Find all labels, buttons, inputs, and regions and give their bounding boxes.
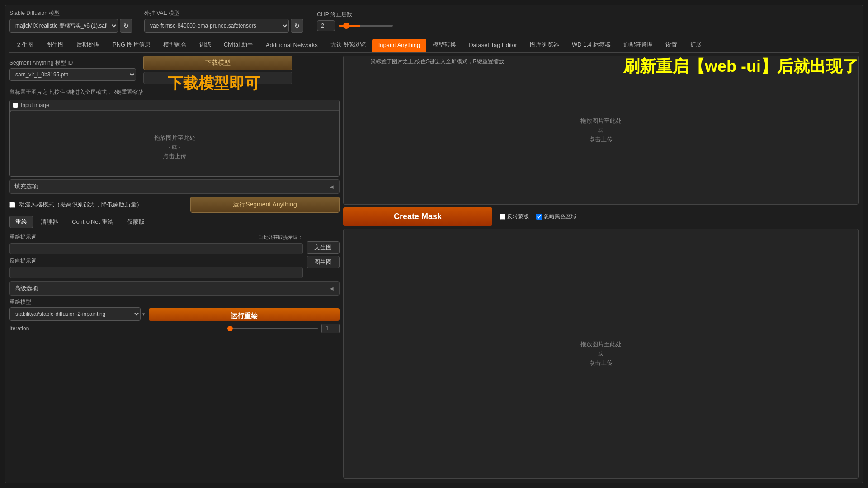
anime-mode-checkbox[interactable] (9, 202, 15, 208)
run-repaint-btn[interactable]: 运行重绘 (149, 308, 340, 321)
tab-postprocess[interactable]: 后期处理 (70, 38, 106, 52)
inpaint-model-select[interactable]: stabilityai/stable-diffusion-2-inpaintin… (9, 307, 141, 321)
tab-additional-networks[interactable]: Additional Networks (259, 39, 324, 52)
segment-model-select[interactable]: sam_vit_l_0b3195.pth (9, 68, 136, 81)
yellow-text-overlay: 刷新重启【web -ui】后就出现了 (623, 56, 859, 78)
ignore-black-checkbox[interactable] (536, 214, 542, 220)
subtab-mask-only[interactable]: 仅蒙版 (121, 216, 151, 228)
tab-image-browser[interactable]: 图库浏览器 (524, 38, 566, 52)
input-image-label: Input image (21, 102, 49, 108)
advanced-options-accordion: 高级选项 ◄ (9, 281, 340, 296)
input-image-upload[interactable]: 拖放图片至此处 - 或 - 点击上传 (10, 111, 339, 177)
model-arrow: ▾ (142, 311, 145, 317)
get-prompt-label: 自此处获取提示词： (258, 234, 303, 241)
right-upload-sep: - 或 - (595, 127, 606, 134)
sd-model-select[interactable]: majicMIX realistic 麦橘写实_v6 (1).safetenso… (9, 19, 118, 33)
right-upload-line1: 拖放图片至此处 (580, 117, 622, 125)
anime-mode-label: 动漫风格模式（提高识别能力，降低蒙版质量） (19, 201, 142, 209)
ignore-black-label: 忽略黑色区域 (544, 213, 576, 221)
repaint-prompt-label: 重绘提示词 (9, 233, 37, 241)
sub-tabs: 重绘 清理器 ControlNet 重绘 仅蒙版 (9, 216, 340, 230)
fill-options-header[interactable]: 填充选项 ◄ (10, 180, 339, 193)
vae-model-refresh-btn[interactable]: ↻ (291, 19, 303, 33)
sd-model-refresh-btn[interactable]: ↻ (120, 19, 132, 33)
inpaint-model-label: 重绘模型 (9, 298, 145, 306)
iteration-label: Iteration (9, 325, 224, 332)
fill-options-arrow: ◄ (329, 183, 335, 190)
tab-infinite-image[interactable]: 无边图像浏览 (324, 38, 372, 52)
subtab-repaint[interactable]: 重绘 (9, 216, 33, 228)
tab-model-convert[interactable]: 模型转换 (426, 38, 462, 52)
iteration-slider[interactable] (227, 328, 318, 329)
orange-text-overlay: 下载模型即可 (168, 73, 260, 94)
tab-train[interactable]: 训练 (193, 38, 217, 52)
tab-wd-tagger[interactable]: WD 1.4 标签器 (566, 38, 617, 52)
neg-prompt-input[interactable] (9, 267, 303, 278)
advanced-options-arrow: ◄ (329, 285, 335, 292)
right-upload-line2: 点击上传 (589, 136, 613, 144)
reverse-mask-row: 反转蒙版 (500, 213, 529, 221)
tab-txt2img[interactable]: 文生图 (9, 38, 40, 52)
upload-text-sep: - 或 - (169, 144, 180, 150)
download-model-btn[interactable]: 下载模型 (143, 56, 292, 70)
fill-options-accordion: 填充选项 ◄ (9, 179, 340, 194)
input-image-checkbox[interactable] (13, 103, 18, 108)
tab-model-merge[interactable]: 模型融合 (157, 38, 193, 52)
tab-wildcard-manager[interactable]: 通配符管理 (617, 38, 659, 52)
run-segment-btn[interactable]: 运行Segment Anything (190, 197, 340, 213)
right-upload2-line1: 拖放图片至此处 (580, 340, 622, 348)
subtab-cleaner[interactable]: 清理器 (35, 216, 64, 228)
tab-png-info[interactable]: PNG 图片信息 (106, 38, 157, 52)
create-mask-btn[interactable]: Create Mask (343, 207, 492, 226)
ignore-black-row: 忽略黑色区域 (536, 213, 576, 221)
nav-tabs: 文生图 图生图 后期处理 PNG 图片信息 模型融合 训练 Civitai 助手… (9, 38, 859, 53)
segment-model-label: Segment Anything 模型 ID (9, 59, 136, 67)
tab-settings[interactable]: 设置 (659, 38, 684, 52)
tab-civitai[interactable]: Civitai 助手 (217, 38, 259, 52)
vae-model-select[interactable]: vae-ft-mse-840000-ema-pruned.safetensors (144, 19, 289, 33)
neg-prompt-label: 反向提示词 (9, 257, 303, 265)
reverse-mask-checkbox[interactable] (500, 214, 505, 220)
repaint-prompt-input[interactable] (9, 243, 303, 254)
txt2img-prompt-btn[interactable]: 文生图 (307, 241, 340, 254)
upload-text-line1: 拖放图片至此处 (154, 134, 195, 142)
advanced-options-header[interactable]: 高级选项 ◄ (10, 282, 339, 295)
upload-text-line2: 点击上传 (163, 152, 186, 160)
subtab-controlnet[interactable]: ControlNet 重绘 (66, 216, 119, 228)
right-upload2-sep: - 或 - (595, 350, 606, 357)
img2img-prompt-btn[interactable]: 图生图 (307, 256, 340, 268)
fill-options-label: 填充选项 (14, 183, 38, 191)
reverse-mask-label: 反转蒙版 (507, 213, 529, 221)
clip-label: CLIP 终止层数 (317, 11, 393, 19)
tab-dataset-tag-editor[interactable]: Dataset Tag Editor (462, 39, 524, 52)
right-hint-text: 鼠标置于图片之上,按住S键进入全屏模式，R键重置缩放 (370, 58, 504, 66)
clip-slider[interactable] (339, 25, 393, 27)
right-upload-area-2[interactable]: 拖放图片至此处 - 或 - 点击上传 (343, 229, 859, 479)
tab-img2img[interactable]: 图生图 (40, 38, 70, 52)
tab-inpaint-anything[interactable]: Inpaint Anything (372, 39, 427, 52)
clip-value-input[interactable] (317, 20, 335, 31)
sd-model-label: Stable Diffusion 模型 (9, 9, 132, 17)
iteration-value-input[interactable] (321, 324, 340, 333)
advanced-options-label: 高级选项 (14, 284, 38, 292)
tab-extensions[interactable]: 扩展 (684, 38, 708, 52)
right-upload2-line2: 点击上传 (589, 359, 613, 367)
right-upload-area[interactable]: 拖放图片至此处 - 或 - 点击上传 (343, 56, 859, 205)
vae-model-label: 外挂 VAE 模型 (144, 9, 303, 17)
